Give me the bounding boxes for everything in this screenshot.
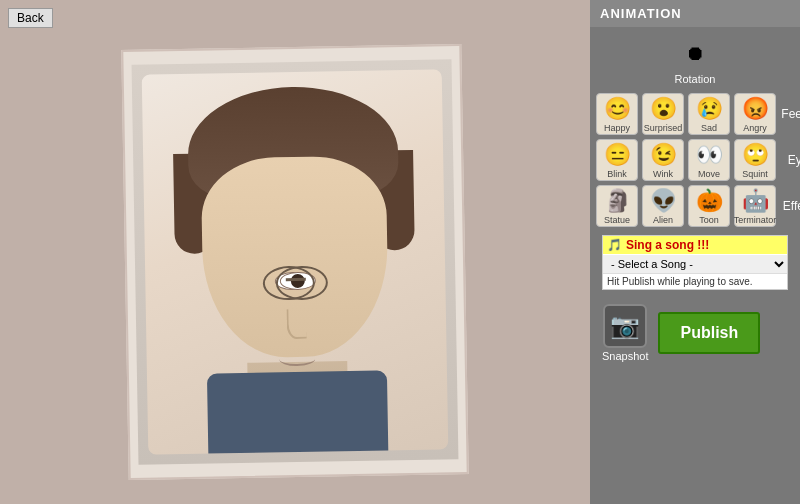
animation-grid: ⏺ Rotation 😊 Happy 😮 Surprised 😢 Sad bbox=[590, 27, 800, 372]
surprised-button[interactable]: 😮 Surprised bbox=[642, 93, 684, 135]
feeling-row: 😊 Happy 😮 Surprised 😢 Sad 😡 Angry Feelin… bbox=[596, 93, 794, 135]
nose bbox=[286, 309, 307, 339]
blink-label: Blink bbox=[607, 169, 627, 179]
statue-button[interactable]: 🗿 Statue bbox=[596, 185, 638, 227]
statue-emoji: 🗿 bbox=[604, 188, 631, 214]
snapshot-button[interactable]: 📷 Snapshot bbox=[602, 304, 648, 362]
emotion-buttons: 😊 Happy 😮 Surprised 😢 Sad 😡 Angry bbox=[596, 93, 776, 135]
alien-emoji: 👽 bbox=[650, 188, 677, 214]
angry-emoji: 😡 bbox=[742, 96, 769, 122]
sad-emoji: 😢 bbox=[696, 96, 723, 122]
statue-label: Statue bbox=[604, 215, 630, 225]
move-emoji: 👀 bbox=[696, 142, 723, 168]
photo-inner bbox=[132, 59, 459, 465]
angry-label: Angry bbox=[743, 123, 767, 133]
rotation-row: ⏺ Rotation bbox=[596, 31, 794, 89]
alien-button[interactable]: 👽 Alien bbox=[642, 185, 684, 227]
face-skin bbox=[201, 155, 389, 358]
sad-button[interactable]: 😢 Sad bbox=[688, 93, 730, 135]
eyes-row: 😑 Blink 😉 Wink 👀 Move 🙄 Squint Eyes bbox=[596, 139, 794, 181]
animation-panel: ANIMATION ⏺ Rotation 😊 Happy 😮 Surprised… bbox=[590, 0, 800, 504]
surprised-emoji: 😮 bbox=[650, 96, 677, 122]
squint-label: Squint bbox=[742, 169, 768, 179]
song-header: 🎵 Sing a song !!! bbox=[603, 236, 787, 254]
camera-icon: 📷 bbox=[603, 304, 647, 348]
toon-button[interactable]: 🎃 Toon bbox=[688, 185, 730, 227]
back-button[interactable]: Back bbox=[8, 8, 53, 28]
rotation-icon[interactable]: ⏺ bbox=[677, 35, 713, 71]
effects-row: 🗿 Statue 👽 Alien 🎃 Toon 🤖 Terminator Eff… bbox=[596, 185, 794, 227]
song-header-text: Sing a song !!! bbox=[626, 238, 709, 252]
face-portrait bbox=[142, 69, 449, 454]
terminator-emoji: 🤖 bbox=[742, 188, 769, 214]
feeling-label: Feeling bbox=[780, 107, 800, 121]
animation-header: ANIMATION bbox=[590, 0, 800, 27]
angry-button[interactable]: 😡 Angry bbox=[734, 93, 776, 135]
wink-emoji: 😉 bbox=[650, 142, 677, 168]
bottom-controls: 📷 Snapshot Publish bbox=[602, 304, 788, 362]
song-section: 🎵 Sing a song !!! - Select a Song - Song… bbox=[602, 235, 788, 290]
alien-label: Alien bbox=[653, 215, 673, 225]
glasses-right bbox=[276, 265, 329, 300]
squint-emoji: 🙄 bbox=[742, 142, 769, 168]
photo-frame bbox=[121, 44, 468, 480]
surprised-label: Surprised bbox=[644, 123, 683, 133]
publish-button[interactable]: Publish bbox=[658, 312, 760, 354]
blink-emoji: 😑 bbox=[604, 142, 631, 168]
song-select[interactable]: - Select a Song - Song 1 Song 2 Song 3 bbox=[603, 255, 787, 274]
song-hint: Hit Publish while playing to save. bbox=[603, 274, 787, 289]
wink-label: Wink bbox=[653, 169, 673, 179]
effects-buttons: 🗿 Statue 👽 Alien 🎃 Toon 🤖 Terminator bbox=[596, 185, 776, 227]
move-label: Move bbox=[698, 169, 720, 179]
blink-button[interactable]: 😑 Blink bbox=[596, 139, 638, 181]
glasses-bridge bbox=[285, 278, 305, 281]
happy-label: Happy bbox=[604, 123, 630, 133]
happy-emoji: 😊 bbox=[604, 96, 631, 122]
eyes-buttons: 😑 Blink 😉 Wink 👀 Move 🙄 Squint bbox=[596, 139, 776, 181]
music-icon: 🎵 bbox=[607, 238, 622, 252]
move-button[interactable]: 👀 Move bbox=[688, 139, 730, 181]
happy-button[interactable]: 😊 Happy bbox=[596, 93, 638, 135]
shirt bbox=[207, 370, 388, 453]
toon-label: Toon bbox=[699, 215, 719, 225]
wink-button[interactable]: 😉 Wink bbox=[642, 139, 684, 181]
effects-label: Effects bbox=[780, 199, 800, 213]
toon-emoji: 🎃 bbox=[696, 188, 723, 214]
terminator-button[interactable]: 🤖 Terminator bbox=[734, 185, 776, 227]
snapshot-label: Snapshot bbox=[602, 350, 648, 362]
sad-label: Sad bbox=[701, 123, 717, 133]
eyes-label: Eyes bbox=[780, 153, 800, 167]
rotation-label: Rotation bbox=[675, 73, 716, 85]
terminator-label: Terminator bbox=[734, 215, 777, 225]
squint-button[interactable]: 🙄 Squint bbox=[734, 139, 776, 181]
